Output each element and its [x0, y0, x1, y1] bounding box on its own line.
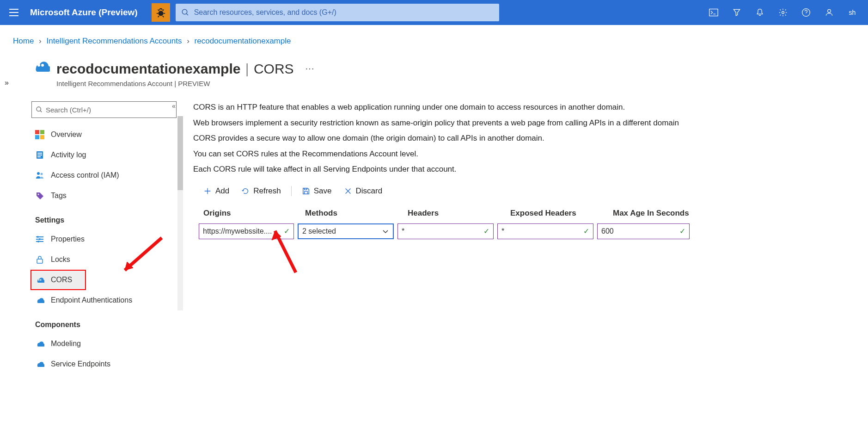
lock-icon — [35, 255, 44, 264]
svg-point-20 — [37, 236, 39, 238]
feedback-button[interactable] — [818, 1, 840, 24]
cors-icon — [35, 275, 44, 285]
settings-button[interactable] — [772, 1, 794, 24]
sidebar-item-activity-log[interactable]: Activity log — [31, 145, 180, 165]
svg-rect-12 — [40, 135, 44, 139]
notifications-button[interactable] — [749, 1, 771, 24]
page-title-section: CORS — [254, 61, 294, 76]
sidebar-item-label: CORS — [51, 276, 72, 284]
preview-bug-button[interactable] — [152, 3, 170, 22]
svg-rect-10 — [40, 130, 44, 134]
discard-icon — [344, 187, 352, 195]
chevron-right-icon: › — [39, 37, 42, 45]
activity-log-icon — [35, 150, 44, 160]
sidebar-section-components: Components — [31, 310, 180, 334]
access-control-icon — [35, 171, 44, 180]
description-line: Web browsers implement a security restri… — [185, 117, 868, 133]
headers-input[interactable]: * ✓ — [397, 223, 494, 239]
svg-rect-11 — [35, 135, 39, 139]
person-feedback-icon — [825, 8, 834, 17]
discard-button[interactable]: Discard — [339, 184, 387, 198]
toolbar-divider — [291, 186, 292, 196]
sidebar-item-overview[interactable]: Overview — [31, 124, 180, 145]
global-search-input[interactable]: Search resources, services, and docs (G+… — [176, 4, 499, 21]
refresh-icon — [241, 187, 250, 195]
check-icon: ✓ — [483, 227, 489, 235]
toolbar: Add Refresh Save Discard — [185, 179, 868, 203]
sidebar-item-label: Modeling — [51, 340, 81, 348]
tags-icon — [35, 191, 44, 200]
column-header-maxage[interactable]: Max Age In Seconds — [613, 209, 715, 218]
add-button[interactable]: Add — [199, 184, 234, 198]
collapse-sidebar-button[interactable]: « — [172, 102, 176, 110]
sidebar-item-endpoint-auth[interactable]: Endpoint Authentications — [31, 290, 180, 310]
top-bar: Microsoft Azure (Preview) Search resourc… — [0, 0, 868, 25]
sidebar-item-access-control[interactable]: Access control (IAM) — [31, 165, 180, 186]
svg-point-19 — [38, 194, 39, 195]
expand-sidebar-button[interactable]: » — [5, 79, 9, 87]
sidebar-item-service-endpoints[interactable]: Service Endpoints — [31, 354, 180, 374]
breadcrumb-l1[interactable]: Intelligent Recommendations Accounts — [47, 37, 182, 45]
column-header-origins[interactable]: Origins — [203, 209, 305, 218]
cloud-shell-icon — [709, 8, 718, 17]
check-icon: ✓ — [583, 227, 589, 235]
save-button[interactable]: Save — [297, 184, 336, 198]
chevron-down-icon — [382, 228, 389, 235]
cloud-shell-button[interactable] — [703, 1, 725, 24]
sidebar-item-modeling[interactable]: Modeling — [31, 334, 180, 354]
page-title-resource: recodocumentationexample — [56, 61, 240, 76]
sidebar-item-tags[interactable]: Tags — [31, 186, 180, 206]
sidebar-item-locks[interactable]: Locks — [31, 249, 180, 270]
table-row: https://mywebssite.... ✓ 2 selected * ✓ … — [185, 223, 868, 239]
brand-title[interactable]: Microsoft Azure (Preview) — [30, 7, 138, 18]
sidebar-item-label: Activity log — [51, 151, 86, 159]
svg-point-18 — [41, 173, 43, 175]
scrollbar-thumb[interactable] — [177, 116, 183, 190]
check-icon: ✓ — [679, 227, 685, 235]
menu-toggle-button[interactable] — [5, 3, 23, 22]
bug-icon — [156, 7, 166, 18]
directories-button[interactable] — [726, 1, 748, 24]
sidebar-item-cors[interactable]: CORS — [31, 270, 86, 290]
sidebar-item-label: Overview — [51, 130, 82, 139]
sidebar-item-label: Tags — [51, 192, 67, 200]
svg-rect-15 — [37, 155, 42, 155]
sidebar-section-settings: Settings — [31, 206, 180, 229]
column-header-methods[interactable]: Methods — [305, 209, 408, 218]
description-line: CORS provides a secure way to allow one … — [185, 132, 868, 148]
sidebar-item-properties[interactable]: Properties — [31, 229, 180, 249]
more-actions-button[interactable]: ⋯ — [305, 63, 314, 74]
description-line: Each CORS rule will take affect in all S… — [185, 163, 868, 179]
exposed-headers-input[interactable]: * ✓ — [497, 223, 593, 239]
column-header-exposed[interactable]: Exposed Headers — [510, 209, 613, 218]
sidebar-search-input[interactable]: Search (Ctrl+/) — [31, 101, 177, 118]
modeling-icon — [35, 339, 44, 348]
methods-dropdown[interactable]: 2 selected — [298, 223, 394, 239]
svg-point-22 — [37, 241, 39, 242]
page-title: recodocumentationexample | CORS — [56, 61, 294, 77]
check-icon: ✓ — [284, 227, 290, 235]
svg-rect-27 — [304, 191, 307, 193]
user-account[interactable]: sh — [841, 1, 863, 24]
svg-point-0 — [158, 11, 163, 16]
svg-rect-26 — [304, 188, 306, 190]
resource-icon — [31, 57, 50, 75]
refresh-button[interactable]: Refresh — [237, 184, 286, 198]
svg-point-8 — [37, 107, 41, 111]
service-endpoints-icon — [35, 359, 44, 369]
breadcrumb-home[interactable]: Home — [13, 37, 34, 45]
maxage-input[interactable]: 600 ✓ — [597, 223, 690, 239]
description-line: CORS is an HTTP feature that enables a w… — [185, 101, 868, 117]
plus-icon — [203, 187, 212, 195]
properties-icon — [35, 235, 44, 244]
top-icons: sh — [703, 1, 863, 24]
origins-input[interactable]: https://mywebssite.... ✓ — [199, 223, 294, 239]
svg-point-6 — [37, 64, 40, 67]
sidebar-item-label: Properties — [51, 235, 85, 243]
search-icon — [36, 106, 43, 113]
help-button[interactable] — [795, 1, 817, 24]
column-header-headers[interactable]: Headers — [408, 209, 510, 218]
svg-point-7 — [41, 64, 44, 67]
svg-point-24 — [38, 279, 40, 281]
svg-point-1 — [182, 9, 187, 14]
